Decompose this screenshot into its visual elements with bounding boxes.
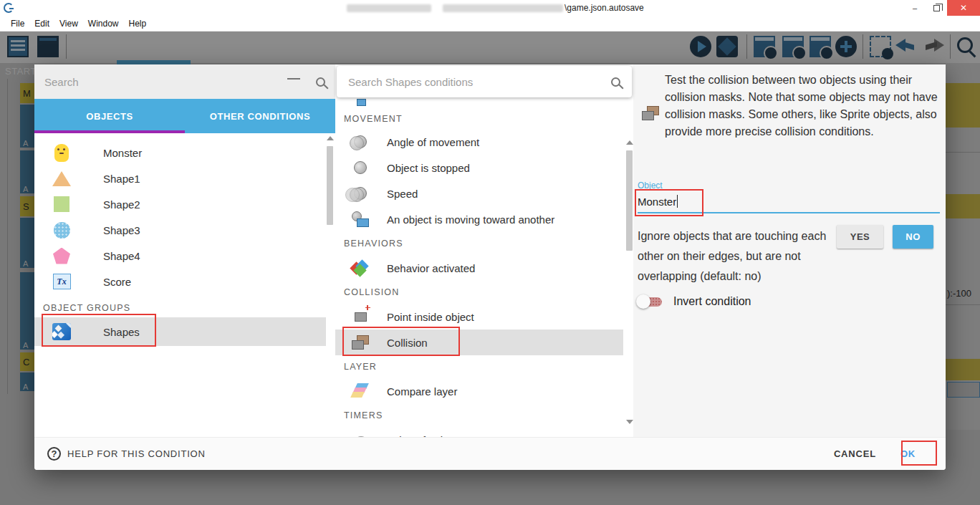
conditions-search-input[interactable]	[348, 76, 611, 88]
tab-other-conditions[interactable]: OTHER CONDITIONS	[185, 99, 335, 133]
toggle-knob	[636, 294, 650, 309]
object-label: Monster	[103, 147, 142, 159]
search-icon[interactable]	[316, 77, 325, 87]
square-icon	[52, 196, 72, 212]
conditions-list: MOVEMENT Angle of movement Object is sto…	[335, 97, 623, 437]
menu-view[interactable]: View	[54, 19, 83, 29]
help-icon[interactable]: ?	[47, 447, 61, 461]
window-controls: – ✕	[904, 0, 980, 16]
collision-icon	[642, 106, 659, 120]
section-header-behaviors: BEHAVIORS	[335, 232, 623, 255]
clipped-item-icon	[357, 99, 366, 106]
object-label: Shape2	[103, 198, 140, 211]
scroll-up-icon[interactable]	[327, 136, 334, 140]
invert-condition-toggle[interactable]	[636, 294, 663, 309]
object-field-value: Monster	[638, 196, 676, 208]
condition-label: Angle of movement	[387, 136, 479, 148]
angle-of-movement-icon	[350, 135, 371, 148]
object-stopped-icon	[350, 161, 371, 174]
section-header-collision: COLLISION	[335, 281, 623, 304]
choose-condition-dialog: OBJECTS OTHER CONDITIONS Monster Shape1 …	[34, 64, 946, 470]
condition-label: Object is stopped	[387, 162, 470, 174]
scroll-down-icon[interactable]	[626, 420, 633, 424]
object-label: Shape4	[103, 250, 140, 262]
menu-file[interactable]: File	[6, 19, 29, 29]
ok-button[interactable]: OK	[888, 441, 928, 466]
monster-icon	[52, 144, 72, 162]
help-link[interactable]: HELP FOR THIS CONDITION	[67, 448, 206, 459]
group-row-shapes[interactable]: Shapes	[34, 317, 326, 346]
window-title: \game.json.autosave	[565, 3, 644, 13]
object-row-shape3[interactable]: Shape3	[34, 217, 325, 243]
cancel-button[interactable]: CANCEL	[822, 441, 888, 466]
object-label: Shape1	[103, 173, 140, 185]
title-redacted-path	[347, 4, 431, 12]
condition-row-moving-toward[interactable]: An object is moving toward another	[335, 206, 623, 232]
behavior-icon	[350, 261, 371, 275]
search-icon	[611, 77, 620, 87]
objects-scrollbar[interactable]	[325, 133, 334, 434]
circle-icon	[52, 222, 72, 239]
restore-icon	[933, 5, 940, 11]
no-button[interactable]: NO	[893, 225, 933, 249]
object-row-monster[interactable]: Monster	[34, 140, 325, 165]
restore-button[interactable]	[926, 0, 947, 16]
object-label: Score	[103, 276, 131, 288]
minimize-button[interactable]: –	[904, 0, 926, 16]
scrollbar-thumb[interactable]	[327, 146, 333, 225]
group-label: Shapes	[103, 326, 140, 338]
condition-row-speed[interactable]: Speed	[335, 181, 623, 206]
menu-edit[interactable]: Edit	[29, 19, 54, 29]
speed-icon	[350, 187, 371, 200]
object-group-icon	[52, 323, 72, 340]
text-object-icon: Tx	[52, 274, 72, 289]
triangle-icon	[52, 171, 72, 186]
object-groups-header: OBJECT GROUPS	[34, 299, 325, 317]
app-window: \game.json.autosave – ✕ File Edit View W…	[0, 0, 980, 505]
condition-row-behavior-activated[interactable]: Behavior activated	[335, 255, 623, 281]
menu-help[interactable]: Help	[124, 19, 152, 29]
condition-row-value-of-timer[interactable]: Value of a timer	[335, 427, 623, 437]
condition-label: An object is moving toward another	[387, 213, 554, 226]
objects-list: Monster Shape1 Shape2 Shape3 Shape4	[34, 133, 325, 437]
object-field[interactable]: Monster	[638, 191, 940, 213]
menu-window[interactable]: Window	[83, 19, 124, 29]
scroll-up-icon[interactable]	[626, 140, 633, 145]
condition-details-panel: Test the collision between two objects u…	[633, 64, 946, 437]
condition-label: Collision	[387, 337, 428, 349]
moving-toward-icon	[350, 211, 371, 227]
conditions-scrollbar[interactable]	[625, 133, 633, 434]
title-bar: \game.json.autosave – ✕	[0, 0, 980, 16]
invert-condition-label: Invert condition	[673, 295, 751, 308]
conditions-panel: MOVEMENT Angle of movement Object is sto…	[335, 64, 633, 437]
condition-label: Compare layer	[387, 385, 457, 398]
section-header-layer: LAYER	[335, 355, 623, 378]
scrollbar-thumb[interactable]	[626, 150, 633, 251]
object-row-score[interactable]: Tx Score	[34, 269, 325, 294]
menu-bar: File Edit View Window Help	[0, 16, 980, 32]
object-row-shape1[interactable]: Shape1	[34, 165, 325, 191]
object-row-shape4[interactable]: Shape4	[34, 243, 325, 269]
title-redacted-path	[443, 4, 563, 12]
condition-label: Behavior activated	[387, 262, 475, 274]
yes-button[interactable]: YES	[837, 225, 883, 249]
condition-row-object-is-stopped[interactable]: Object is stopped	[335, 155, 623, 181]
conditions-search-bar	[337, 66, 632, 97]
collision-icon	[350, 335, 371, 350]
filter-icon[interactable]	[287, 77, 300, 86]
objects-search-input[interactable]	[44, 76, 287, 88]
tab-objects[interactable]: OBJECTS	[34, 99, 185, 133]
condition-row-collision[interactable]: Collision	[335, 330, 623, 355]
objects-search-bar	[34, 64, 335, 99]
text-cursor	[677, 195, 678, 208]
close-button[interactable]: ✕	[947, 0, 980, 16]
condition-row-point-inside-object[interactable]: Point inside object	[335, 304, 623, 330]
condition-row-angle-of-movement[interactable]: Angle of movement	[335, 129, 623, 155]
objects-tabs: OBJECTS OTHER CONDITIONS	[34, 99, 335, 133]
condition-row-compare-layer[interactable]: Compare layer	[335, 378, 623, 404]
condition-label: Speed	[387, 188, 418, 200]
objects-panel: OBJECTS OTHER CONDITIONS Monster Shape1 …	[34, 64, 335, 437]
condition-description: Test the collision between two objects u…	[665, 72, 940, 140]
dialog-footer: ? HELP FOR THIS CONDITION CANCEL OK	[34, 437, 946, 470]
object-row-shape2[interactable]: Shape2	[34, 191, 325, 217]
